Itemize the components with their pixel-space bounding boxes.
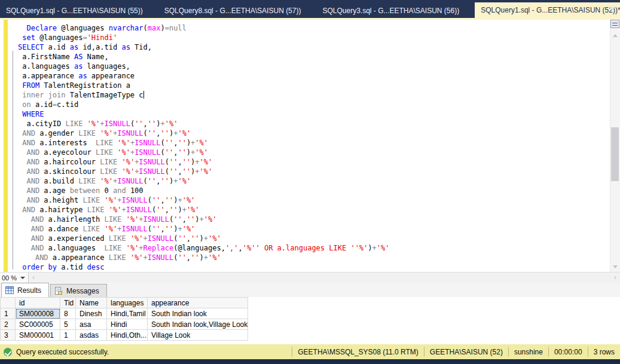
- code-line-10[interactable]: WHERE: [18, 109, 609, 119]
- status-right-group: GEETHA\MSSQL_SYS08 (11.0 RTM)GEETHA\SAIS…: [292, 344, 620, 359]
- code-line-11[interactable]: a.cityID LIKE '%'+ISNULL('','')+'%': [18, 119, 609, 129]
- code-line-23[interactable]: AND a.experienced LIKE '%'+ISNULL('','')…: [18, 234, 609, 243]
- grid-cell[interactable]: Hindi: [107, 319, 148, 330]
- messages-icon: [54, 287, 63, 295]
- results-pane-tabs: ResultsMessages: [0, 283, 620, 297]
- results-grid-icon: [5, 286, 14, 294]
- code-line-7[interactable]: FROM TalentRegistration a: [18, 81, 609, 90]
- table-row: 2SC0000055asaHindiSouth Indian look,Vill…: [1, 319, 248, 330]
- status-item-3: sunshine: [508, 347, 548, 357]
- grid-cell[interactable]: Hindi,Oth...: [107, 330, 148, 341]
- document-tab-label: SQLQuery1.sql - G...EETHA\SAISUN (55)): [6, 7, 143, 15]
- results-grid[interactable]: idTidNamelanguagesappearance1SM0000088Di…: [0, 297, 248, 341]
- column-header-appearance[interactable]: appearance: [148, 298, 248, 308]
- splitter-handle-icon[interactable]: [610, 20, 619, 28]
- grid-cell[interactable]: asa: [76, 319, 107, 330]
- scroll-left-icon[interactable]: ‹: [32, 273, 35, 282]
- status-bar: Query executed successfully. GEETHA\MSSQ…: [0, 344, 620, 359]
- grid-cell[interactable]: South Indian look,Village Look: [148, 319, 248, 330]
- scrollbar-thumb[interactable]: [611, 127, 619, 181]
- editor-horizontal-scrollbar[interactable]: 00 % ‹ ›: [0, 272, 620, 283]
- ssms-window: SQLQuery1.sql - G...EETHA\SAISUN (55))SQ…: [0, 0, 620, 364]
- code-line-26[interactable]: order by a.tid desc: [18, 262, 609, 272]
- column-header-languages[interactable]: languages: [107, 298, 148, 308]
- column-header-Name[interactable]: Name: [76, 298, 107, 308]
- grid-cell[interactable]: SC000005: [16, 319, 60, 330]
- row-number-cell[interactable]: 2: [1, 319, 16, 330]
- row-number-cell[interactable]: 3: [1, 330, 16, 341]
- grid-corner-cell[interactable]: [1, 298, 16, 308]
- document-tab-3[interactable]: SQLQuery3.sql - G...EETHA\SAISUN (56)): [316, 4, 465, 18]
- code-line-18[interactable]: AND a.age between 0 and 100: [18, 186, 609, 195]
- grid-cell[interactable]: Dinesh: [76, 308, 107, 319]
- grid-cell[interactable]: SM000008: [16, 308, 60, 319]
- status-item-1: GEETHA\MSSQL_SYS08 (11.0 RTM): [292, 347, 424, 357]
- status-item-2: GEETHA\SAISUN (52): [424, 347, 508, 357]
- results-grid-area: idTidNamelanguagesappearance1SM0000088Di…: [0, 297, 620, 344]
- scroll-right-icon[interactable]: ›: [614, 273, 616, 282]
- code-line-9[interactable]: on a.id=c.tid: [18, 100, 609, 109]
- grid-cell[interactable]: 1: [60, 330, 76, 341]
- results-pane-tab-messages[interactable]: Messages: [50, 284, 107, 297]
- grid-cell[interactable]: 5: [60, 319, 76, 330]
- status-item-5: 3 rows: [588, 347, 620, 357]
- code-line-1[interactable]: Declare @languages nvarchar(max)=null: [18, 23, 609, 33]
- results-pane-tab-results[interactable]: Results: [1, 283, 49, 297]
- grid-cell[interactable]: Hindi,Tamil: [107, 308, 148, 319]
- code-line-19[interactable]: AND a.height LIKE '%'+ISNULL('','')+'%': [18, 195, 609, 205]
- grid-cell[interactable]: 8: [60, 308, 76, 319]
- code-line-15[interactable]: AND a.haircolour LIKE '%'+ISNULL('','')+…: [18, 157, 609, 167]
- document-tab-label: SQLQuery8.sql - G...EETHA\SAISUN (57)): [164, 7, 301, 15]
- table-row: 1SM0000088DineshHindi,TamilSouth Indian …: [1, 308, 248, 319]
- code-line-20[interactable]: AND a.hairtype LIKE '%'+ISNULL('','')+'%…: [18, 205, 609, 215]
- grid-cell[interactable]: Village Look: [148, 330, 248, 341]
- zoom-level-label: 00 %: [2, 274, 17, 282]
- fold-region-line: [13, 51, 13, 270]
- document-tabs: SQLQuery1.sql - G...EETHA\SAISUN (55))SQ…: [0, 0, 620, 18]
- document-tab-2[interactable]: SQLQuery8.sql - G...EETHA\SAISUN (57)): [158, 4, 307, 18]
- editor-vertical-scrollbar[interactable]: [610, 20, 620, 272]
- code-line-4[interactable]: a.FirstName AS Name,: [18, 52, 609, 62]
- status-item-4: 00:00:00: [548, 347, 588, 357]
- code-line-13[interactable]: AND a.interests LIKE '%'+ISNULL('','')+'…: [18, 138, 609, 148]
- document-tab-bar: SQLQuery1.sql - G...EETHA\SAISUN (55))SQ…: [0, 0, 620, 18]
- zoom-dropdown-icon[interactable]: [20, 277, 25, 279]
- code-line-17[interactable]: AND a.build LIKE '%'+ISNULL('','')+'%': [18, 176, 609, 186]
- results-tab-label: Results: [17, 286, 41, 295]
- code-line-14[interactable]: AND a.eyecolour LIKE '%'+ISNULL('','')+'…: [18, 148, 609, 157]
- code-line-2[interactable]: set @languages='Hindi': [18, 33, 609, 42]
- results-tab-label: Messages: [66, 287, 99, 295]
- code-line-5[interactable]: a.languages as languages,: [18, 62, 609, 71]
- text-cursor: [143, 91, 144, 99]
- window-bottom-strip: [0, 359, 620, 364]
- document-tab-label: SQLQuery1.sql - G...EETHA\SAISUN (52))*: [481, 6, 620, 14]
- tab-overflow-chevron-down-icon[interactable]: [609, 7, 615, 10]
- code-line-25[interactable]: AND a.appearance LIKE '%'+ISNULL('','')+…: [18, 253, 609, 262]
- grid-cell[interactable]: SM000001: [16, 330, 60, 341]
- query-success-check-icon: [3, 347, 13, 357]
- code-line-6[interactable]: a.appearance as appearance: [18, 71, 609, 81]
- code-line-24[interactable]: AND a.languages LIKE '%'+Replace(@langua…: [18, 243, 609, 253]
- change-tracking-bar: [4, 20, 8, 272]
- scroll-up-icon[interactable]: [613, 34, 618, 37]
- document-tab-4[interactable]: SQLQuery1.sql - G...EETHA\SAISUN (52))*×: [475, 2, 620, 18]
- code-line-12[interactable]: AND a.gender LIKE '%'+ISNULL('','')+'%': [18, 129, 609, 138]
- grid-cell[interactable]: South Indian look: [148, 308, 248, 319]
- code-line-3[interactable]: -SELECT a.id as id,a.tid as Tid,: [18, 42, 609, 52]
- editor-zoom-combo[interactable]: 00 %: [0, 273, 29, 283]
- code-area[interactable]: Declare @languages nvarchar(max)=null se…: [18, 23, 609, 272]
- code-line-16[interactable]: AND a.skincolour LIKE '%'+ISNULL('','')+…: [18, 167, 609, 176]
- column-header-Tid[interactable]: Tid: [60, 298, 76, 308]
- document-tab-1[interactable]: SQLQuery1.sql - G...EETHA\SAISUN (55)): [0, 4, 149, 18]
- grid-cell[interactable]: asdas: [76, 330, 107, 341]
- sql-editor[interactable]: Declare @languages nvarchar(max)=null se…: [0, 20, 620, 272]
- code-line-21[interactable]: AND a.hairlength LIKE '%'+ISNULL('','')+…: [18, 215, 609, 224]
- scroll-down-icon[interactable]: [613, 265, 618, 268]
- table-row: 3SM0000011asdasHindi,Oth...Village Look: [1, 330, 248, 341]
- code-line-8[interactable]: inner join TalentImageType c: [18, 90, 609, 100]
- column-header-id[interactable]: id: [16, 298, 60, 308]
- document-tab-label: SQLQuery3.sql - G...EETHA\SAISUN (56)): [322, 7, 459, 15]
- grid-header-row: idTidNamelanguagesappearance: [1, 298, 248, 308]
- code-line-22[interactable]: AND a.dance LIKE '%'+ISNULL('','')+'%': [18, 224, 609, 234]
- row-number-cell[interactable]: 1: [1, 308, 16, 319]
